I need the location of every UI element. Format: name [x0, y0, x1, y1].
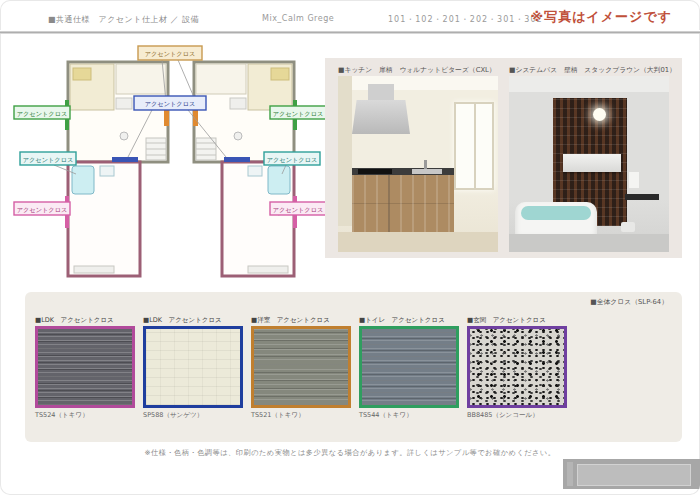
bath-mirror	[563, 154, 621, 172]
header-unit-numbers: 101・102・201・202・301・302	[388, 14, 543, 25]
company-stamp-area	[563, 459, 700, 489]
swatch-ldk-2: ■LDK アクセントクロス SP588（サンゲツ）	[143, 314, 243, 420]
svg-text:アクセントクロス: アクセントクロス	[145, 100, 196, 107]
floorplan: アクセントクロス アクセントクロス アクセントクロス アクセントクロス アクセン…	[12, 44, 328, 284]
accent-label-left-green: アクセントクロス	[14, 106, 70, 119]
swatch-sample	[143, 326, 243, 408]
accent-label-kitchen-orange: アクセントクロス	[138, 46, 202, 60]
accent-label-right-green: アクセントクロス	[270, 106, 326, 119]
floorplan-unit-right	[193, 62, 297, 276]
overall-wallpaper-label: ■全体クロス（SLP-64）	[590, 297, 668, 307]
svg-text:アクセントクロス: アクセントクロス	[273, 110, 324, 117]
swatch-sample	[467, 326, 567, 408]
spec-sheet-page: ■共通仕様 アクセント仕上材 ／ 設備 Mix_Calm Grege 101・1…	[0, 0, 700, 495]
shower-bar	[625, 194, 659, 200]
svg-text:アクセントクロス: アクセントクロス	[17, 206, 68, 213]
svg-text:アクセントクロス: アクセントクロス	[145, 50, 196, 57]
kitchen-sink	[412, 169, 442, 174]
kitchen-cabinets	[352, 175, 454, 233]
bath-light	[593, 108, 606, 121]
header: ■共通仕様 アクセント仕上材 ／ 設備 Mix_Calm Grege 101・1…	[0, 0, 700, 34]
kitchen-window	[454, 102, 494, 190]
header-divider	[0, 30, 700, 34]
floorplan-unit-left	[65, 62, 169, 276]
swatch-toilet: ■トイレ アクセントクロス TS544（トキワ）	[359, 314, 459, 420]
bath-photo	[509, 76, 669, 252]
accent-label-left-teal: アクセントクロス	[20, 152, 76, 165]
swatch-sample	[251, 326, 351, 408]
svg-text:アクセントクロス: アクセントクロス	[273, 206, 324, 213]
swatch-list: ■LDK アクセントクロス TS524（トキワ） ■LDK アクセントクロス S…	[35, 314, 567, 420]
photo-disclaimer: ※写真はイメージです	[531, 8, 672, 26]
kitchen-figure: ■キッチン 扉柄 ウォルナットビターズ（CXL）	[338, 64, 498, 252]
svg-text:アクセントクロス: アクセントクロス	[17, 110, 68, 117]
accent-label-right-pink: アクセントクロス	[270, 202, 326, 215]
accent-label-right-teal: アクセントクロス	[264, 152, 320, 165]
swatch-entrance: ■玄関 アクセントクロス BB8485（シンコール）	[467, 314, 567, 420]
svg-text:アクセントクロス: アクセントクロス	[267, 156, 318, 163]
bath-label: ■システムバス 壁柄 スタックブラウン（大判01）	[509, 64, 669, 76]
swatch-sample	[35, 326, 135, 408]
swatch-ldk-1: ■LDK アクセントクロス TS524（トキワ）	[35, 314, 135, 420]
kitchen-label: ■キッチン 扉柄 ウォルナットビターズ（CXL）	[338, 64, 498, 76]
floorplan-drawing: アクセントクロス アクセントクロス アクセントクロス アクセントクロス アクセン…	[12, 44, 328, 284]
swatch-panel: ■全体クロス（SLP-64） ■LDK アクセントクロス TS524（トキワ） …	[25, 292, 682, 442]
accent-label-left-pink: アクセントクロス	[14, 202, 70, 215]
header-spec-title: ■共通仕様 アクセント仕上材 ／ 設備	[48, 14, 199, 25]
photo-panel: ■キッチン 扉柄 ウォルナットビターズ（CXL） ■システムバス 壁柄 スタック…	[325, 58, 682, 258]
swatch-sample	[359, 326, 459, 408]
header-color-scheme: Mix_Calm Grege	[262, 14, 334, 23]
faucet	[424, 160, 427, 169]
swatch-bedroom: ■洋室 アクセントクロス TS521（トキワ）	[251, 314, 351, 420]
svg-text:アクセントクロス: アクセントクロス	[23, 156, 74, 163]
kitchen-photo	[338, 76, 498, 252]
range-hood	[352, 100, 410, 134]
accent-label-center-blue: アクセントクロス	[134, 96, 206, 110]
bath-figure: ■システムバス 壁柄 スタックブラウン（大判01）	[509, 64, 669, 252]
footer-disclaimer: ※仕様・色柄・色調等は、印刷のため実物とは多少異なる場合があります。詳しくはサン…	[0, 448, 700, 458]
cooktop	[358, 169, 392, 174]
